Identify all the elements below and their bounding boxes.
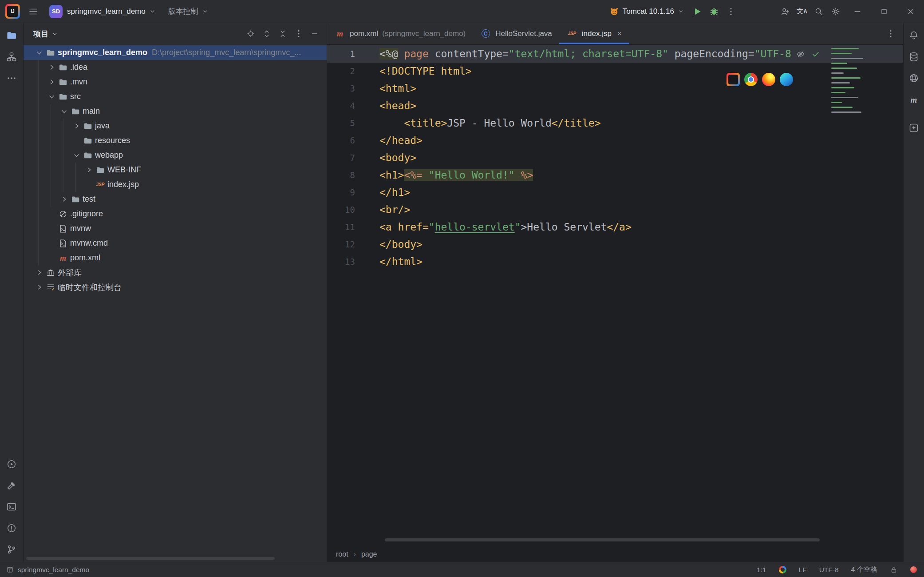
tree-item-index.jsp[interactable]: JSPindex.jsp	[24, 177, 327, 192]
code-line-9[interactable]: 9</h1>	[327, 184, 903, 201]
translate-icon[interactable]: 文A	[794, 3, 810, 20]
breadcrumb-page[interactable]: page	[361, 550, 377, 558]
tree-item--[interactable]: 临时文件和控制台	[24, 280, 327, 294]
code-line-10[interactable]: 10<br/>	[327, 201, 903, 219]
maven-tool-icon[interactable]: m	[904, 91, 923, 108]
database-icon[interactable]	[904, 48, 923, 66]
search-icon[interactable]	[810, 3, 827, 20]
chevron-right-icon[interactable]	[58, 192, 70, 207]
ide-error-indicator[interactable]	[910, 566, 917, 573]
browser-chrome-icon[interactable]	[744, 73, 758, 86]
line-number[interactable]: 11	[327, 219, 379, 236]
vcs-widget[interactable]: 版本控制	[164, 3, 213, 20]
indent-style[interactable]: 4 个空格	[851, 565, 877, 574]
tree-item-webapp[interactable]: webapp	[24, 148, 327, 163]
ai-assistant-icon[interactable]	[904, 119, 923, 137]
inspection-widget[interactable]	[791, 47, 825, 61]
chevron-down-icon[interactable]	[51, 31, 58, 37]
minimize-button[interactable]	[844, 0, 871, 23]
tree-item-mvnw.cmd[interactable]: mvnw.cmd	[24, 236, 327, 251]
line-number[interactable]: 3	[327, 80, 379, 97]
highlighting-level-icon[interactable]	[796, 50, 805, 59]
line-number[interactable]: 13	[327, 253, 379, 271]
project-avatar[interactable]: SD	[49, 5, 63, 18]
version-control-tool-icon[interactable]	[2, 541, 21, 558]
translate-plugin-icon[interactable]	[779, 566, 786, 573]
code-line-12[interactable]: 12</body>	[327, 236, 903, 253]
main-menu-icon[interactable]	[24, 3, 42, 20]
tree-item-springmvc_learn_demo[interactable]: springmvc_learn_demoD:\project\spring_mv…	[24, 45, 327, 60]
project-tool-icon[interactable]	[2, 27, 21, 44]
chevron-down-icon[interactable]	[46, 89, 57, 104]
line-number[interactable]: 6	[327, 132, 379, 149]
more-actions-icon[interactable]	[723, 3, 739, 20]
web-icon[interactable]	[904, 69, 923, 87]
maximize-button[interactable]	[871, 0, 897, 23]
tree-item-java[interactable]: java	[24, 119, 327, 133]
tree-item-resources[interactable]: resources	[24, 133, 327, 148]
code-with-me-icon[interactable]	[777, 3, 794, 20]
code-line-8[interactable]: 8<h1><%= "Hello World!" %>	[327, 167, 903, 184]
tree-item-WEB-INF[interactable]: WEB-INF	[24, 163, 327, 177]
close-button[interactable]	[897, 0, 924, 23]
line-number[interactable]: 7	[327, 149, 379, 167]
file-encoding[interactable]: UTF-8	[819, 566, 839, 574]
terminal-tool-icon[interactable]	[2, 498, 21, 516]
line-number[interactable]: 2	[327, 63, 379, 80]
tree-item-src[interactable]: src	[24, 89, 327, 104]
chevron-right-icon[interactable]	[33, 265, 45, 280]
breadcrumb-root[interactable]: root	[336, 550, 348, 558]
line-number[interactable]: 12	[327, 236, 379, 253]
line-number[interactable]: 4	[327, 97, 379, 115]
expand-all-icon[interactable]	[259, 26, 274, 41]
readonly-lock-icon[interactable]	[890, 566, 898, 574]
browser-edge-icon[interactable]	[780, 73, 793, 86]
code-line-2[interactable]: 2<!DOCTYPE html>	[327, 63, 903, 80]
tree-item-.mvn[interactable]: .mvn	[24, 75, 327, 89]
line-number[interactable]: 9	[327, 184, 379, 201]
tab-bar-options-icon[interactable]	[883, 26, 899, 42]
line-number[interactable]: 10	[327, 201, 379, 219]
code-line-5[interactable]: 5 <title>JSP - Hello World</title>	[327, 115, 903, 132]
caret-position[interactable]: 1:1	[757, 566, 766, 574]
code-line-4[interactable]: 4<head>	[327, 97, 903, 115]
project-switcher[interactable]: springmvc_learn_demo	[63, 4, 160, 20]
tree-item-test[interactable]: test	[24, 192, 327, 207]
hide-panel-icon[interactable]	[307, 26, 322, 41]
code-line-6[interactable]: 6</head>	[327, 132, 903, 149]
tree-item-mvnw[interactable]: mvnw	[24, 221, 327, 236]
line-separator[interactable]: LF	[799, 566, 807, 574]
chevron-down-icon[interactable]	[58, 104, 70, 119]
tree-item-.gitignore[interactable]: .gitignore	[24, 207, 327, 221]
panel-options-icon[interactable]	[291, 26, 306, 41]
browser-idea-icon[interactable]	[727, 73, 740, 86]
line-number[interactable]: 5	[327, 115, 379, 132]
tree-item-main[interactable]: main	[24, 104, 327, 119]
tab-index.jsp[interactable]: JSPindex.jsp×	[559, 23, 629, 44]
build-tool-icon[interactable]	[2, 477, 21, 494]
run-button[interactable]	[689, 3, 706, 20]
code-line-3[interactable]: 3<html>	[327, 80, 903, 97]
chevron-right-icon[interactable]	[33, 280, 45, 294]
chevron-right-icon[interactable]	[46, 75, 57, 89]
run-config-selector[interactable]: Tomcat 10.1.16	[605, 3, 689, 20]
code-line-13[interactable]: 13</html>	[327, 253, 903, 271]
tree-item-.idea[interactable]: .idea	[24, 60, 327, 75]
notifications-icon[interactable]	[904, 27, 923, 44]
tab-pom.xml[interactable]: mpom.xml(springmvc_learn_demo)	[327, 23, 473, 44]
line-number[interactable]: 8	[327, 167, 379, 184]
locate-icon[interactable]	[243, 26, 258, 41]
tab-HelloServlet.java[interactable]: CHelloServlet.java	[473, 23, 559, 44]
project-panel-title[interactable]: 项目	[33, 29, 48, 39]
editor-hscrollbar[interactable]	[385, 538, 820, 541]
more-tools-icon[interactable]	[2, 69, 21, 87]
project-panel-hscrollbar[interactable]	[26, 557, 275, 560]
services-tool-icon[interactable]	[2, 455, 21, 473]
line-number[interactable]: 1	[327, 45, 379, 63]
tab-close-icon[interactable]: ×	[617, 29, 622, 38]
status-project-name[interactable]: springmvc_learn_demo	[18, 566, 89, 574]
chevron-down-icon[interactable]	[33, 45, 45, 60]
problems-tool-icon[interactable]	[2, 519, 21, 537]
chevron-right-icon[interactable]	[71, 119, 82, 133]
collapse-all-icon[interactable]	[275, 26, 290, 41]
